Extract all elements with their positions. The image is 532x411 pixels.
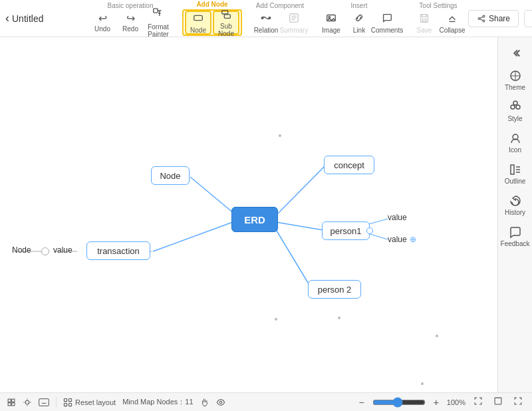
svg-point-17 [483,20,485,22]
statusbar-hand-icon[interactable] [200,398,209,407]
svg-rect-3 [224,15,230,18]
svg-line-21 [275,165,326,217]
group-tool-settings: Tool Settings Save Collapse [411,2,466,35]
dot-5 [421,382,424,385]
svg-rect-13 [422,14,426,17]
svg-rect-42 [8,402,11,405]
person2-node[interactable]: person 2 [308,280,361,299]
svg-rect-43 [12,402,15,405]
svg-rect-55 [64,398,66,401]
format-painter-button[interactable]: Format Painter [145,11,172,35]
sidebar-collapse-button[interactable] [505,43,526,64]
svg-point-11 [329,16,331,18]
dot-2 [338,317,340,319]
svg-line-23 [275,227,310,286]
svg-rect-12 [422,19,426,21]
statusbar: Reset layout Mind Map Nodes：11 − + 100% [0,392,532,411]
group-add-node: Add Node Node Sub Node [182,1,242,36]
dot-4 [436,335,438,337]
node-label: Node [12,245,31,255]
svg-point-44 [25,400,29,404]
svg-line-25 [153,220,238,251]
zoom-out-button[interactable]: − [356,397,366,408]
sub-node-button[interactable]: Sub Node [213,11,239,35]
svg-rect-57 [64,403,66,406]
group-basic-operation: Basic operation ↩ Undo ↪ Redo Format Pai… [89,2,172,35]
fullscreen-button[interactable] [491,396,505,408]
share-button[interactable]: Share [468,10,519,27]
save-button[interactable]: Save [411,11,438,35]
undo-button[interactable]: ↩ Undo [89,11,116,35]
summary-button[interactable]: Summary [281,11,307,35]
group-add-component: Add Component Relation Summary [253,2,307,35]
statusbar-sep-1 [56,397,57,408]
node1-box[interactable]: Node [151,166,190,185]
erd-node[interactable]: ERD [231,207,278,232]
svg-point-4 [261,17,263,19]
statusbar-grid-icon[interactable] [7,398,16,407]
app-title: ‹ Untitled [5,11,78,25]
person1-circle [366,227,373,234]
node-count-label: Mind Map Nodes：11 [122,397,193,407]
statusbar-eye-icon[interactable] [216,398,225,407]
sidebar-item-icon[interactable]: Icon [501,128,530,158]
svg-line-22 [276,222,323,230]
node-button[interactable]: Node [185,11,211,35]
zoom-percent: 100% [447,398,466,406]
svg-rect-40 [8,399,11,402]
statusbar-sun-icon[interactable] [23,398,32,407]
more-options-button[interactable] [511,396,525,408]
sidebar-item-feedback[interactable]: Feedback [501,221,530,251]
svg-line-18 [480,17,483,18]
statusbar-zoom-controls: − + 100% [356,396,525,408]
value1-text: value [388,213,407,222]
svg-line-19 [480,19,483,20]
svg-point-33 [516,105,520,109]
person1-node[interactable]: person1 [322,221,370,240]
sidebar-item-style[interactable]: Style [501,96,530,126]
export-button[interactable]: Export [524,10,532,27]
node-value-text: value [53,245,72,255]
collapse-button[interactable]: Collapse [439,11,466,35]
sidebar-item-theme[interactable]: Theme [501,65,530,95]
svg-point-15 [483,15,485,17]
svg-rect-1 [194,15,203,20]
svg-point-32 [511,105,515,109]
reset-layout-item[interactable]: Reset layout [63,398,116,407]
svg-rect-58 [68,403,71,406]
toolbar-right: Share Export [468,10,532,27]
comments-button[interactable]: Comments [374,11,400,35]
svg-point-16 [478,17,480,19]
transaction-node[interactable]: transaction [86,241,150,260]
redo-button[interactable]: ↪ Redo [117,11,144,35]
value2-plus[interactable]: ⊕ [410,235,416,244]
svg-point-34 [513,101,517,105]
right-sidebar: Theme Style Icon Outline History Feedbac… [497,37,532,392]
concept-node[interactable]: concept [324,156,374,174]
dot-3 [275,318,277,321]
zoom-slider[interactable] [372,397,426,408]
sidebar-item-outline[interactable]: Outline [501,159,530,189]
svg-rect-36 [511,165,514,174]
svg-point-59 [219,401,222,404]
svg-rect-2 [222,11,228,14]
back-icon[interactable]: ‹ [5,11,9,25]
dot-1 [279,134,281,137]
canvas[interactable]: ERD concept person1 person 2 Node transa… [0,37,497,392]
svg-rect-41 [12,399,15,402]
svg-point-5 [269,17,271,19]
svg-rect-60 [495,398,501,404]
sidebar-item-history[interactable]: History [501,190,530,220]
group-insert: Insert Image Link Comments [318,2,400,35]
statusbar-keyboard-icon[interactable] [39,398,49,407]
value2-text: value [388,235,407,244]
relation-button[interactable]: Relation [253,11,279,35]
fit-screen-button[interactable] [471,396,485,408]
svg-rect-0 [154,9,158,13]
svg-rect-56 [68,398,71,401]
node-connector-circle [41,247,49,255]
zoom-in-button[interactable]: + [431,397,442,408]
image-button[interactable]: Image [318,11,344,35]
svg-rect-49 [39,398,49,406]
link-button[interactable]: Link [346,11,372,35]
